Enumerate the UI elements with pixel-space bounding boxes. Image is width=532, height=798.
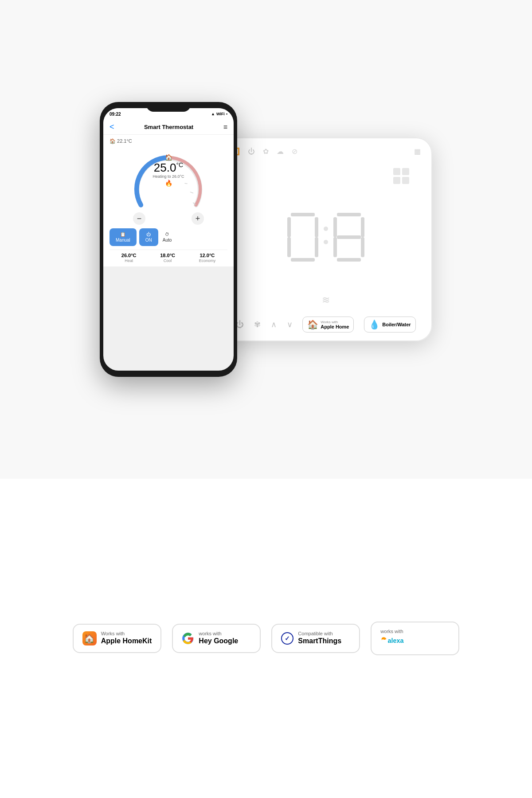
manual-label: Manual	[116, 238, 130, 243]
app-body: 🏠 22.1°C	[103, 135, 234, 266]
phone-status-icons: ▲ WiFi ▪	[211, 112, 227, 116]
temp-unit: °C	[176, 161, 183, 168]
dial-controls: − +	[133, 212, 204, 225]
wifi-icon: WiFi	[216, 112, 225, 116]
device-top-icons: 📶 ⏻ ✿ ☁ ⊘ ▦	[231, 147, 421, 156]
battery-icon: ▪	[226, 112, 227, 116]
decrease-button[interactable]: −	[133, 212, 145, 225]
room-temp-label: 🏠 22.1°C	[110, 138, 227, 144]
sun-icon: ✿	[263, 147, 269, 156]
dial-center: 🏠 25.0°C Heating to 26.0°C 🔥	[153, 154, 184, 187]
timer-icon: ⏻	[248, 148, 255, 156]
homekit-large: Apple HomeKit	[101, 637, 152, 646]
apple-home-icon: 🏠	[307, 319, 318, 330]
led-digit-1	[287, 213, 318, 262]
economy-label: Economy	[199, 258, 216, 263]
alexa-badge: works with alexa	[371, 622, 459, 655]
smartthings-badge: ✓ Compatible with SmartThings	[271, 624, 360, 653]
google-texts: works with Hey Google	[199, 631, 238, 646]
cloud-icon: ☁	[277, 147, 284, 156]
product-wrapper: 09:22 ▲ WiFi ▪ < Smart Thermostat ≡	[66, 40, 466, 439]
apple-home-small: Works with	[321, 320, 349, 324]
home-icon: 🏠	[153, 154, 184, 161]
power-icon: ⏻	[146, 232, 151, 237]
apple-home-large: Apple Home	[321, 324, 349, 329]
smartthings-texts: Compatible with SmartThings	[298, 631, 341, 646]
up-arrow-icon[interactable]: ∧	[271, 320, 277, 329]
economy-mode: 12.0°C Economy	[199, 253, 216, 263]
flame-icon: 🔥	[153, 180, 184, 187]
compat-badges: 🏠 Works with Apple HomeKit works with He…	[73, 622, 460, 655]
alexa-logo-section: alexa	[380, 635, 407, 648]
boiler-label: Boiler/Water	[382, 322, 411, 327]
heating-status: Heating to 26.0°C	[153, 174, 184, 179]
google-icon	[182, 632, 194, 645]
google-small: works with	[199, 631, 238, 637]
svg-line-2	[184, 183, 187, 184]
product-section: 09:22 ▲ WiFi ▪ < Smart Thermostat ≡	[0, 0, 532, 479]
led-flame-icon: ≋	[322, 294, 330, 306]
alexa-small: works with	[380, 629, 403, 634]
phone-time: 09:22	[110, 112, 121, 117]
device-icons-left: 📶 ⏻ ✿ ☁ ⊘	[231, 147, 297, 156]
room-temp-value: 22.1°C	[117, 138, 132, 144]
boiler-device-badge: 💧 Boiler/Water	[364, 317, 415, 332]
manual-icon: 📋	[120, 232, 125, 237]
smartthings-large: SmartThings	[298, 637, 341, 646]
smartthings-icon: ✓	[281, 632, 293, 645]
homekit-small: Works with	[101, 631, 152, 637]
schedule-icon: ▦	[414, 147, 421, 156]
phone-device: 09:22 ▲ WiFi ▪ < Smart Thermostat ≡	[100, 102, 237, 377]
cool-value: 18.0°C	[160, 253, 175, 258]
temp-modes: 26.0°C Heat 18.0°C Cool 12.0°C Economy	[110, 250, 227, 263]
signal-icon: ▲	[211, 112, 215, 116]
homekit-badge: 🏠 Works with Apple HomeKit	[73, 624, 162, 653]
power-button-icon[interactable]: ⏻	[236, 320, 244, 329]
menu-button[interactable]: ≡	[223, 123, 227, 131]
on-label: ON	[145, 238, 152, 243]
led-display: ≋	[231, 159, 421, 315]
auto-mode-button[interactable]: ⏱ Auto	[161, 230, 174, 244]
auto-label: Auto	[163, 238, 172, 243]
auto-icon: ⏱	[165, 232, 169, 237]
led-digits	[287, 213, 364, 262]
thermostat-device: 📶 ⏻ ✿ ☁ ⊘ ▦	[219, 137, 432, 341]
cool-mode: 18.0°C Cool	[160, 253, 175, 263]
phone-notch	[146, 102, 191, 112]
on-mode-button[interactable]: ⏻ ON	[139, 228, 158, 246]
app-title: Smart Thermostat	[144, 124, 193, 130]
led-small-display	[393, 168, 409, 184]
apple-home-device-badge: 🏠 Works with Apple Home	[302, 317, 354, 332]
led-digit-2	[333, 213, 364, 262]
back-button[interactable]: <	[110, 122, 114, 132]
economy-value: 12.0°C	[199, 253, 216, 258]
homekit-icon: 🏠	[82, 631, 97, 645]
led-dot-top	[324, 227, 328, 231]
phone-screen: 09:22 ▲ WiFi ▪ < Smart Thermostat ≡	[103, 108, 234, 371]
compat-section: 🏠 Works with Apple HomeKit works with He…	[0, 479, 532, 798]
heat-mode: 26.0°C Heat	[121, 253, 137, 263]
water-drop-icon: 💧	[369, 319, 380, 330]
manual-mode-button[interactable]: 📋 Manual	[110, 228, 137, 246]
google-large: Hey Google	[199, 637, 238, 646]
homekit-texts: Works with Apple HomeKit	[101, 631, 152, 646]
smartthings-small: Compatible with	[298, 631, 341, 637]
device-bottom-icons: ⏻ ✾ ∧ ∨ 🏠 Works with Apple Home 💧 Boiler…	[231, 317, 421, 332]
led-dot-bottom	[324, 240, 328, 244]
fan-icon[interactable]: ✾	[254, 320, 261, 329]
svg-text:alexa: alexa	[388, 637, 404, 644]
set-temperature: 25.0°C	[153, 162, 184, 173]
down-arrow-icon[interactable]: ∨	[287, 320, 293, 329]
cancel-icon: ⊘	[292, 147, 297, 156]
led-colon	[324, 227, 328, 244]
svg-line-1	[190, 192, 193, 193]
heat-label: Heat	[121, 258, 137, 263]
thermostat-dial[interactable]: 🏠 25.0°C Heating to 26.0°C 🔥 − +	[110, 146, 227, 225]
increase-button[interactable]: +	[192, 212, 204, 225]
alexa-texts: works with alexa	[380, 629, 407, 648]
mode-buttons: 📋 Manual ⏻ ON ⏱ Auto	[110, 228, 227, 246]
heat-value: 26.0°C	[121, 253, 137, 258]
app-header: < Smart Thermostat ≡	[103, 120, 234, 135]
google-badge: works with Hey Google	[172, 624, 261, 653]
apple-home-texts: Works with Apple Home	[321, 320, 349, 329]
